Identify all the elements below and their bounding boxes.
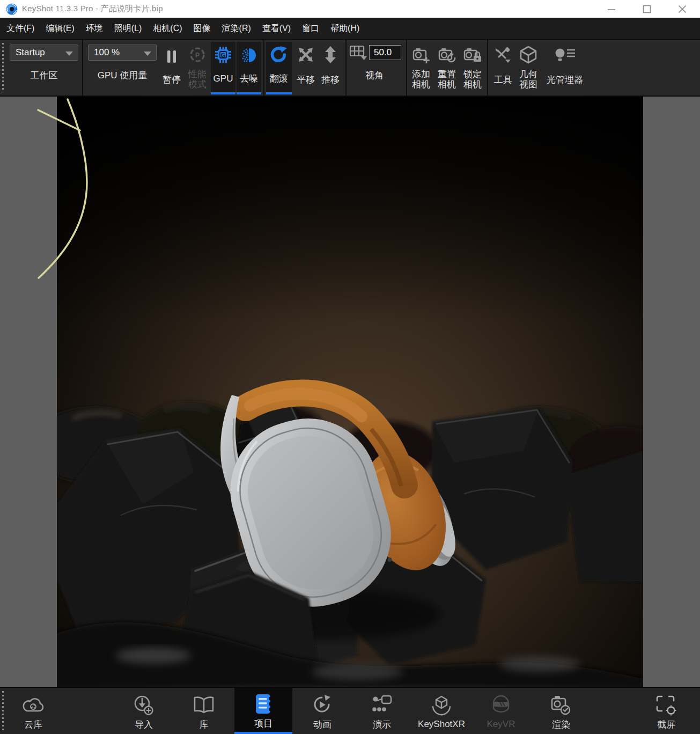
- add-camera-icon: [411, 44, 431, 64]
- menu-help[interactable]: 帮助(H): [325, 18, 365, 39]
- light-manager-icon: [552, 44, 577, 64]
- menu-file[interactable]: 文件(F): [1, 18, 40, 39]
- tab-keyvr: KeyVR: [473, 688, 529, 734]
- workspace-label: 工作区: [10, 69, 78, 82]
- minimize-icon: [607, 5, 616, 13]
- lock-camera-button[interactable]: 锁定相机: [460, 42, 485, 94]
- realtime-render-view[interactable]: [57, 97, 643, 687]
- tools-button[interactable]: 工具: [491, 42, 515, 94]
- chevron-down-icon: [144, 52, 151, 56]
- tab-animation[interactable]: 动画: [294, 688, 350, 734]
- render-image: [57, 97, 643, 687]
- animation-icon: [311, 693, 334, 717]
- menubar: 文件(F) 编辑(E) 环境 照明(L) 相机(C) 图像 渲染(R) 查看(V…: [0, 18, 700, 39]
- pause-button[interactable]: 暂停: [159, 42, 185, 94]
- menu-render[interactable]: 渲染(R): [217, 18, 256, 39]
- menu-window[interactable]: 窗口: [297, 18, 325, 39]
- dolly-button[interactable]: 推移: [319, 42, 342, 94]
- toolbar-separator: [345, 40, 347, 96]
- geometry-view-icon: [518, 44, 539, 64]
- close-icon: [678, 5, 687, 13]
- performance-mode-button: P 性能 模式: [186, 42, 209, 94]
- gpu-chip-icon: G: [213, 44, 233, 64]
- project-icon: [252, 692, 275, 716]
- main-toolbar: Startup 工作区 100 % GPU 使用量 暂停 P 性能 模式: [0, 39, 700, 97]
- maximize-button[interactable]: [629, 0, 665, 18]
- fov-icon: [349, 44, 368, 63]
- pan-button[interactable]: 平移: [294, 42, 318, 94]
- gpu-usage-label: GPU 使用量: [88, 69, 157, 82]
- bottom-ribbon: 云库 导入 库: [0, 687, 700, 734]
- close-button[interactable]: [665, 0, 700, 18]
- geometry-view-button[interactable]: 几何视图: [516, 42, 541, 94]
- svg-text:P: P: [195, 52, 200, 59]
- tab-render[interactable]: 渲染: [533, 688, 589, 734]
- lock-camera-icon: [462, 44, 483, 64]
- render-icon: [549, 693, 573, 717]
- pan-icon: [296, 44, 315, 64]
- menu-edit[interactable]: 编辑(E): [40, 18, 79, 39]
- keyvr-icon: [489, 693, 513, 718]
- tab-import[interactable]: 导入: [116, 688, 172, 734]
- menu-view[interactable]: 查看(V): [257, 18, 296, 39]
- reset-camera-icon: [437, 44, 456, 64]
- reset-camera-button[interactable]: 重置相机: [434, 42, 459, 94]
- add-camera-button[interactable]: 添加相机: [409, 42, 433, 94]
- workspace-dropdown[interactable]: Startup: [10, 45, 78, 61]
- toolbar-separator: [82, 40, 83, 96]
- svg-text:G: G: [221, 52, 226, 58]
- menu-image[interactable]: 图像: [188, 18, 216, 39]
- keyshotxr-icon: [429, 693, 454, 718]
- tab-screenshot[interactable]: 截屏: [638, 688, 694, 734]
- minimize-button[interactable]: [594, 0, 629, 18]
- toolbar-separator: [263, 40, 264, 96]
- denoise-button[interactable]: 去噪: [237, 42, 261, 94]
- menu-environment[interactable]: 环境: [80, 18, 108, 39]
- tumble-button[interactable]: 翻滚: [266, 42, 292, 94]
- tab-keyshotxr[interactable]: KeyShotXR: [409, 688, 474, 734]
- tab-project[interactable]: 项目: [234, 688, 292, 734]
- cloud-library-icon: [21, 693, 45, 717]
- fov-label: 视角: [349, 69, 400, 82]
- gpu-button[interactable]: G GPU: [211, 42, 235, 94]
- menu-camera[interactable]: 相机(C): [148, 18, 187, 39]
- denoise-icon: [240, 44, 258, 64]
- pause-icon: [164, 44, 180, 64]
- tab-presentation[interactable]: 演示: [354, 688, 410, 734]
- light-manager-button[interactable]: 光管理器: [542, 42, 588, 94]
- dolly-icon: [322, 44, 338, 64]
- tools-icon: [493, 44, 513, 64]
- fov-input[interactable]: [369, 45, 401, 60]
- toolbar-separator: [406, 40, 407, 96]
- tab-cloud-library[interactable]: 云库: [5, 688, 61, 734]
- screenshot-icon: [654, 693, 678, 717]
- workspace-value: Startup: [16, 47, 45, 58]
- tab-library[interactable]: 库: [176, 688, 232, 734]
- titlebar: KeyShot 11.3.3 Pro - 产品说明卡片.bip: [0, 0, 700, 18]
- library-icon: [191, 693, 216, 717]
- window-controls: [594, 0, 700, 18]
- keyshot-logo: [6, 3, 18, 15]
- viewport: [0, 97, 700, 687]
- import-icon: [132, 693, 156, 717]
- window-title: KeyShot 11.3.3 Pro - 产品说明卡片.bip: [22, 4, 163, 14]
- presentation-icon: [370, 693, 394, 717]
- performance-mode-icon: P: [188, 44, 207, 64]
- bottombar-drag-handle[interactable]: [2, 691, 4, 731]
- gpu-usage-dropdown[interactable]: 100 %: [88, 45, 157, 61]
- menu-lighting[interactable]: 照明(L): [109, 18, 148, 39]
- gpu-usage-value: 100 %: [94, 47, 120, 58]
- tumble-icon: [269, 44, 289, 64]
- toolbar-separator: [487, 40, 488, 96]
- maximize-icon: [643, 5, 651, 13]
- toolbar-drag-handle[interactable]: [2, 43, 4, 92]
- chevron-down-icon: [65, 52, 73, 56]
